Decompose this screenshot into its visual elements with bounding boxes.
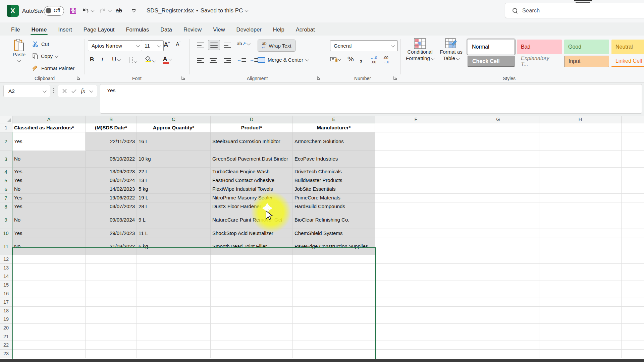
cell-H22[interactable] [539, 341, 622, 350]
cell-H7[interactable] [539, 194, 622, 202]
name-box[interactable]: A2 [3, 85, 50, 97]
cell-A22[interactable] [12, 341, 86, 350]
font-size-select[interactable]: 11 [141, 40, 164, 51]
cell-A2[interactable]: Yes [12, 132, 86, 151]
cell-A14[interactable] [12, 272, 86, 281]
cell-A6[interactable]: No [12, 185, 86, 194]
cell-I20[interactable] [622, 324, 644, 333]
cell-G13[interactable] [457, 264, 539, 273]
row-header-20[interactable]: 20 [0, 324, 12, 333]
cell-C20[interactable] [137, 324, 211, 333]
formula-input[interactable]: Yes [100, 84, 642, 114]
tab-file[interactable]: File [5, 24, 26, 35]
align-top-button[interactable] [195, 41, 206, 49]
cell-I9[interactable] [622, 211, 644, 229]
cell-H12[interactable] [539, 255, 622, 264]
cell-I19[interactable] [622, 315, 644, 324]
row-header-6[interactable]: 6 [0, 185, 12, 194]
cell-B20[interactable] [86, 324, 137, 333]
tab-acrobat[interactable]: Acrobat [290, 24, 321, 35]
cell-C18[interactable] [137, 307, 211, 315]
row-header-8[interactable]: 8 [0, 202, 12, 211]
cell-E9[interactable]: BioClear Refinishing Co. [293, 211, 375, 229]
cell-A5[interactable]: Yes [12, 176, 86, 185]
cell-B8[interactable]: 03/07/2023 [86, 202, 137, 211]
cell-G8[interactable] [457, 202, 539, 211]
excel-logo-icon[interactable]: X [7, 5, 19, 17]
cell-B1[interactable]: (M)SDS Date* [86, 123, 137, 132]
formula-bar-grip-icon[interactable] [53, 88, 54, 93]
wrap-text-button[interactable]: ab↩ Wrap Text [258, 40, 296, 52]
cell-H10[interactable] [539, 229, 622, 238]
cell-F13[interactable] [375, 264, 457, 273]
font-dialog-launcher[interactable] [181, 76, 186, 80]
row-header-3[interactable]: 3 [0, 151, 12, 168]
cell-E3[interactable]: EcoPave Industries [293, 151, 375, 168]
cell-F15[interactable] [375, 281, 457, 290]
number-dialog-launcher[interactable] [393, 76, 398, 80]
row-header-7[interactable]: 7 [0, 194, 12, 202]
cell-I2[interactable] [622, 132, 644, 151]
cell-D14[interactable] [211, 272, 293, 281]
cell-F12[interactable] [375, 255, 457, 264]
font-color-button[interactable]: A [163, 56, 171, 62]
cell-A3[interactable]: No [12, 151, 86, 168]
cell-H6[interactable] [539, 185, 622, 194]
fill-color-button[interactable] [145, 56, 156, 64]
comma-style-button[interactable]: , [360, 52, 362, 64]
accounting-format-button[interactable] [330, 56, 341, 62]
cell-H15[interactable] [539, 281, 622, 290]
cell-C12[interactable] [137, 255, 211, 264]
row-header-12[interactable]: 12 [0, 255, 12, 264]
column-header-G[interactable]: G [457, 116, 539, 123]
cell-H14[interactable] [539, 272, 622, 281]
cell-E19[interactable] [293, 315, 375, 324]
strikethrough-qat-button[interactable]: ab [116, 6, 122, 15]
cell-G20[interactable] [457, 324, 539, 333]
cell-C9[interactable]: 9 L [137, 211, 211, 229]
cell-C14[interactable] [137, 272, 211, 281]
cell-F23[interactable] [375, 350, 457, 358]
cell-I11[interactable] [622, 238, 644, 255]
cell-I17[interactable] [622, 298, 644, 307]
number-format-select[interactable]: General [330, 40, 398, 51]
cell-I5[interactable] [622, 176, 644, 185]
cell-H9[interactable] [539, 211, 622, 229]
customize-qat-button[interactable] [132, 6, 136, 15]
cell-G18[interactable] [457, 307, 539, 315]
cell-I15[interactable] [622, 281, 644, 290]
cell-H11[interactable] [539, 238, 622, 255]
cell-A20[interactable] [12, 324, 86, 333]
cell-H16[interactable] [539, 289, 622, 298]
cell-G11[interactable] [457, 238, 539, 255]
column-header-A[interactable]: A [12, 116, 86, 123]
column-header-H[interactable]: H [539, 116, 622, 123]
cell-D15[interactable] [211, 281, 293, 290]
cell-A1[interactable]: Classified as Hazardous* [12, 123, 86, 132]
document-title[interactable]: SDS_Register.xlsx • Saved to this PC [147, 6, 248, 15]
cell-D22[interactable] [211, 341, 293, 350]
copy-button[interactable]: Copy [32, 53, 58, 59]
cell-B5[interactable]: 08/01/2024 [86, 176, 137, 185]
cell-G2[interactable] [457, 132, 539, 151]
cell-G9[interactable] [457, 211, 539, 229]
cell-H2[interactable] [539, 132, 622, 151]
row-header-1[interactable]: 1 [0, 123, 12, 132]
cell-I7[interactable] [622, 194, 644, 202]
row-header-19[interactable]: 19 [0, 315, 12, 324]
cell-C19[interactable] [137, 315, 211, 324]
align-bottom-button[interactable] [222, 41, 233, 49]
cell-B14[interactable] [86, 272, 137, 281]
autosave-toggle[interactable]: Off [44, 6, 64, 16]
tab-home[interactable]: Home [26, 24, 53, 35]
copy-dropdown-icon[interactable] [55, 54, 58, 57]
cell-G22[interactable] [457, 341, 539, 350]
cell-C7[interactable]: 19 L [137, 194, 211, 202]
alignment-dialog-launcher[interactable] [317, 76, 321, 80]
cell-D9[interactable]: NatureCare Paint Remover Gel [211, 211, 293, 229]
undo-button[interactable] [82, 6, 94, 15]
cell-F1[interactable] [375, 123, 457, 132]
cell-D13[interactable] [211, 264, 293, 273]
cancel-icon[interactable] [62, 89, 67, 93]
cell-A9[interactable]: No [12, 211, 86, 229]
